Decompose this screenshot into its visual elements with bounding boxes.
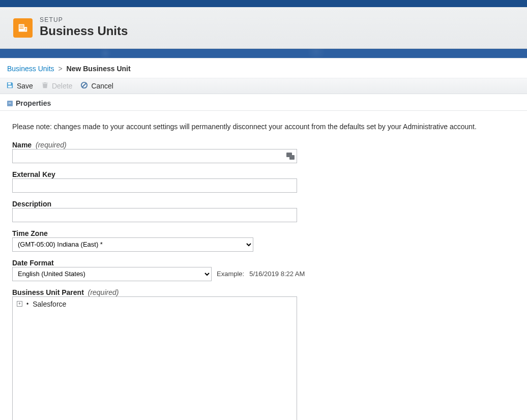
properties-title: Properties: [16, 99, 51, 107]
action-toolbar: Save Delete Cancel: [0, 78, 527, 94]
page-title: Business Units: [40, 24, 128, 38]
svg-rect-14: [8, 85, 12, 87]
svg-rect-8: [21, 28, 22, 29]
svg-rect-1: [20, 25, 21, 26]
svg-rect-9: [22, 28, 23, 29]
svg-rect-11: [25, 28, 26, 29]
external-key-input[interactable]: [12, 178, 297, 193]
description-input[interactable]: [12, 208, 297, 222]
parent-tree[interactable]: + • Salesforce: [12, 296, 297, 420]
top-border: [0, 0, 527, 7]
dateformat-example-value: 5/16/2019 8:22 AM: [249, 270, 305, 278]
dateformat-label: Date Format: [12, 259, 54, 267]
cancel-button[interactable]: Cancel: [80, 81, 113, 91]
svg-rect-13: [8, 83, 11, 85]
timezone-label: Time Zone: [12, 229, 48, 237]
tree-item[interactable]: + • Salesforce: [17, 300, 292, 308]
save-icon: [6, 81, 14, 91]
business-units-icon: [13, 18, 33, 38]
breadcrumb-current: New Business Unit: [67, 65, 131, 73]
cancel-label: Cancel: [91, 82, 113, 90]
name-label: Name: [12, 141, 32, 149]
svg-rect-7: [20, 28, 21, 29]
tree-item-label: Salesforce: [33, 300, 66, 308]
breadcrumb-separator: >: [58, 65, 62, 73]
expand-icon[interactable]: +: [17, 301, 22, 307]
svg-rect-12: [25, 29, 26, 31]
collapse-icon[interactable]: −: [7, 101, 13, 106]
page-header: SETUP Business Units: [0, 7, 527, 49]
trash-icon: [41, 81, 49, 91]
description-label: Description: [12, 200, 51, 208]
header-eyebrow: SETUP: [40, 16, 128, 23]
svg-rect-4: [20, 26, 21, 27]
external-key-label: External Key: [12, 170, 55, 178]
save-label: Save: [17, 82, 33, 90]
cancel-icon: [80, 81, 88, 91]
svg-line-16: [82, 83, 86, 87]
svg-rect-3: [22, 25, 23, 26]
properties-section-header: − Properties: [0, 94, 527, 111]
bullet-icon: •: [26, 301, 28, 308]
dateformat-select[interactable]: English (United States): [12, 267, 212, 281]
breadcrumb-root-link[interactable]: Business Units: [7, 65, 54, 73]
save-button[interactable]: Save: [6, 81, 33, 91]
timezone-select[interactable]: (GMT-05:00) Indiana (East) *: [12, 237, 253, 252]
parent-required: (required): [88, 288, 119, 296]
delete-button: Delete: [41, 81, 72, 91]
settings-note: Please note: changes made to your accoun…: [12, 122, 515, 132]
svg-rect-2: [21, 25, 22, 26]
breadcrumb: Business Units > New Business Unit: [0, 58, 527, 78]
svg-rect-6: [22, 26, 23, 27]
delete-label: Delete: [52, 82, 72, 90]
name-required: (required): [36, 141, 67, 149]
name-input[interactable]: [12, 149, 297, 163]
decorative-band: [0, 49, 527, 58]
name-localize-icon[interactable]: [286, 152, 295, 160]
dateformat-example-label: Example:: [217, 270, 244, 278]
svg-rect-5: [21, 26, 22, 27]
parent-label: Business Unit Parent: [12, 288, 84, 296]
